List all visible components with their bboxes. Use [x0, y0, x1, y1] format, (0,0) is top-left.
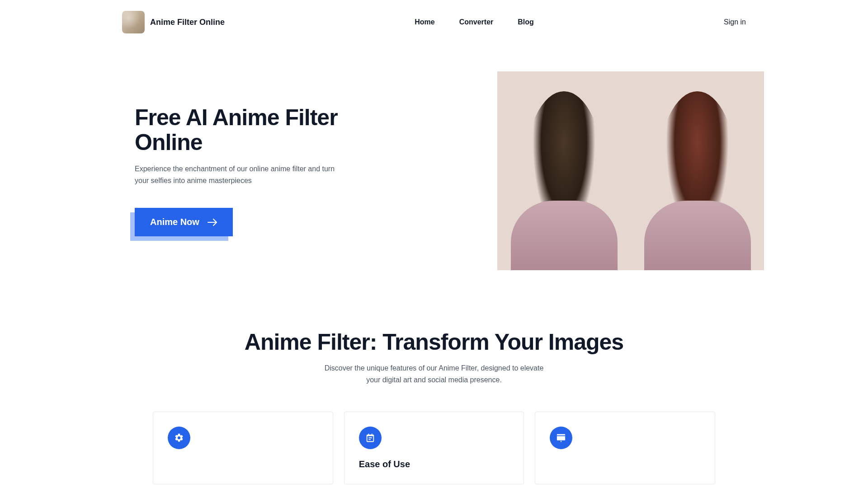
presentation-icon	[550, 427, 572, 449]
notepad-icon	[359, 427, 382, 449]
cta-label: Anime Now	[150, 217, 199, 227]
main-nav: Home Converter Blog	[415, 18, 534, 26]
features-subtitle: Discover the unique features of our Anim…	[316, 362, 552, 385]
nav-home[interactable]: Home	[415, 18, 434, 26]
cta-wrap: Anime Now	[135, 208, 233, 236]
hero-content: Free AI Anime Filter Online Experience t…	[104, 105, 339, 236]
hero-image-anime	[631, 71, 764, 270]
signin-link[interactable]: Sign in	[724, 18, 746, 26]
hero-section: Free AI Anime Filter Online Experience t…	[104, 44, 764, 288]
header: Anime Filter Online Home Converter Blog …	[0, 0, 868, 44]
hero-image	[497, 71, 764, 270]
arrow-right-icon	[208, 218, 217, 226]
features-grid: Ease of Use	[122, 412, 746, 484]
feature-card: Ease of Use	[344, 412, 524, 484]
nav-blog[interactable]: Blog	[518, 18, 534, 26]
features-title: Anime Filter: Transform Your Images	[122, 329, 746, 355]
feature-card-title: Ease of Use	[359, 459, 509, 469]
anime-now-button[interactable]: Anime Now	[135, 208, 233, 236]
feature-card	[535, 412, 715, 484]
gear-icon	[168, 427, 190, 449]
hero-image-original	[497, 71, 631, 270]
nav-converter[interactable]: Converter	[459, 18, 494, 26]
brand[interactable]: Anime Filter Online	[122, 11, 225, 33]
hero-subtitle: Experience the enchantment of our online…	[135, 163, 339, 186]
brand-name: Anime Filter Online	[150, 18, 225, 27]
features-section: Anime Filter: Transform Your Images Disc…	[104, 288, 764, 484]
brand-logo	[122, 11, 145, 33]
hero-title: Free AI Anime Filter Online	[135, 105, 339, 155]
feature-card	[153, 412, 333, 484]
